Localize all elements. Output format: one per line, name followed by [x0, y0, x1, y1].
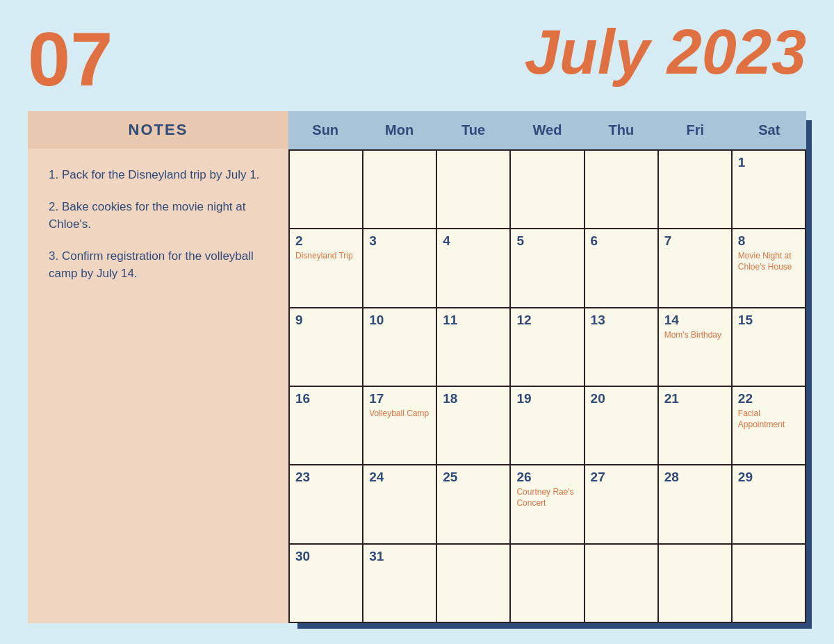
cal-day-num: 13: [591, 313, 652, 328]
cal-event: Disneyland Trip: [295, 251, 357, 262]
day-header-sat: Sat: [733, 111, 806, 149]
cal-cell-20: 15: [733, 308, 806, 387]
cal-cell-11: 6: [585, 229, 659, 308]
day-header-fri: Fri: [658, 111, 732, 149]
cal-cell-14: 9: [290, 308, 363, 387]
cal-cell-22: 17Volleyball Camp: [363, 387, 437, 465]
cal-day-num: 29: [738, 470, 799, 485]
notes-header: NOTES: [28, 111, 288, 149]
cal-day-num: 31: [369, 549, 430, 564]
month-title: July 2023: [525, 21, 806, 83]
cal-event: Volleyball Camp: [369, 408, 430, 420]
cal-cell-5: [659, 151, 733, 229]
cal-cell-19: 14Mom's Birthday: [659, 308, 733, 387]
cal-cell-28: 23: [290, 465, 363, 544]
cal-day-num: 25: [443, 470, 504, 485]
calendar-grid: 12Disneyland Trip345678Movie Night at Ch…: [288, 149, 806, 623]
cal-cell-33: 28: [659, 465, 733, 544]
cal-day-num: 1: [738, 155, 799, 170]
cal-day-num: 6: [591, 233, 652, 249]
cal-day-num: 28: [664, 470, 726, 485]
cal-day-num: 7: [664, 233, 726, 249]
cal-cell-37: [437, 545, 511, 623]
cal-event: Mom's Birthday: [664, 330, 726, 341]
day-header-sun: Sun: [288, 111, 362, 149]
day-header-wed: Wed: [510, 111, 584, 149]
cal-day-num: 4: [443, 233, 504, 249]
cal-cell-3: [511, 151, 584, 229]
header: 07 July 2023: [28, 21, 806, 97]
cal-cell-21: 16: [290, 387, 363, 465]
cal-day-num: 18: [443, 391, 504, 406]
cal-cell-17: 12: [511, 308, 584, 387]
cal-day-num: 17: [369, 391, 430, 406]
cal-cell-8: 3: [363, 229, 437, 308]
cal-cell-6: 1: [733, 151, 806, 229]
cal-day-num: 5: [516, 233, 578, 249]
cal-cell-9: 4: [437, 229, 511, 308]
cal-event: Courtney Rae's Concert: [516, 487, 578, 509]
cal-day-num: 20: [591, 391, 652, 406]
cal-cell-18: 13: [585, 308, 659, 387]
cal-day-num: 9: [295, 313, 357, 328]
note-item-1: 1. Pack for the Disneyland trip by July …: [49, 166, 268, 184]
month-number: 07: [28, 21, 113, 97]
cal-cell-24: 19: [511, 387, 584, 465]
cal-day-num: 22: [738, 391, 799, 406]
cal-day-num: 26: [516, 470, 578, 485]
cal-day-num: 16: [295, 391, 357, 406]
cal-cell-40: [659, 545, 733, 623]
cal-day-num: 24: [369, 470, 430, 485]
cal-cell-23: 18: [437, 387, 511, 465]
day-headers: SunMonTueWedThuFriSat: [288, 111, 806, 149]
cal-cell-35: 30: [290, 545, 363, 623]
notes-section: NOTES 1. Pack for the Disneyland trip by…: [28, 111, 288, 623]
day-header-mon: Mon: [362, 111, 436, 149]
cal-event: Movie Night at Chloe's House: [738, 251, 799, 272]
cal-cell-10: 5: [511, 229, 584, 308]
cal-cell-36: 31: [363, 545, 437, 623]
cal-cell-34: 29: [733, 465, 806, 544]
cal-cell-30: 25: [437, 465, 511, 544]
note-item-3: 3. Confirm registration for the volleyba…: [49, 247, 268, 283]
cal-day-num: 10: [369, 313, 430, 328]
day-header-tue: Tue: [436, 111, 510, 149]
cal-cell-0: [290, 151, 363, 229]
note-item-2: 2. Bake cookies for the movie night at C…: [49, 198, 268, 233]
cal-cell-1: [363, 151, 437, 229]
cal-cell-41: [733, 545, 806, 623]
cal-day-num: 23: [295, 470, 357, 485]
calendar-section: SunMonTueWedThuFriSat 12Disneyland Trip3…: [288, 111, 806, 623]
cal-cell-12: 7: [659, 229, 733, 308]
cal-cell-29: 24: [363, 465, 437, 544]
cal-cell-26: 21: [659, 387, 733, 465]
day-header-thu: Thu: [584, 111, 658, 149]
cal-day-num: 14: [664, 313, 726, 328]
cal-day-num: 11: [443, 313, 504, 328]
cal-cell-4: [585, 151, 659, 229]
cal-cell-39: [585, 545, 659, 623]
cal-cell-16: 11: [437, 308, 511, 387]
page: 07 July 2023 NOTES 1. Pack for the Disne…: [0, 0, 834, 644]
cal-day-num: 27: [591, 470, 652, 485]
cal-cell-32: 27: [585, 465, 659, 544]
cal-day-num: 3: [369, 233, 430, 249]
cal-day-num: 8: [738, 233, 799, 249]
cal-cell-38: [511, 545, 584, 623]
notes-body: 1. Pack for the Disneyland trip by July …: [28, 149, 288, 623]
cal-cell-15: 10: [363, 308, 437, 387]
cal-cell-13: 8Movie Night at Chloe's House: [733, 229, 806, 308]
cal-cell-25: 20: [585, 387, 659, 465]
cal-day-num: 19: [516, 391, 578, 406]
cal-cell-7: 2Disneyland Trip: [290, 229, 363, 308]
cal-cell-27: 22Facial Appointment: [733, 387, 806, 465]
cal-day-num: 2: [295, 233, 357, 249]
cal-event: Facial Appointment: [738, 408, 799, 430]
cal-day-num: 21: [664, 391, 726, 406]
cal-day-num: 30: [295, 549, 357, 564]
cal-cell-2: [437, 151, 511, 229]
main-content: NOTES 1. Pack for the Disneyland trip by…: [28, 111, 806, 623]
cal-day-num: 15: [738, 313, 799, 328]
cal-day-num: 12: [516, 313, 578, 328]
cal-cell-31: 26Courtney Rae's Concert: [511, 465, 584, 544]
